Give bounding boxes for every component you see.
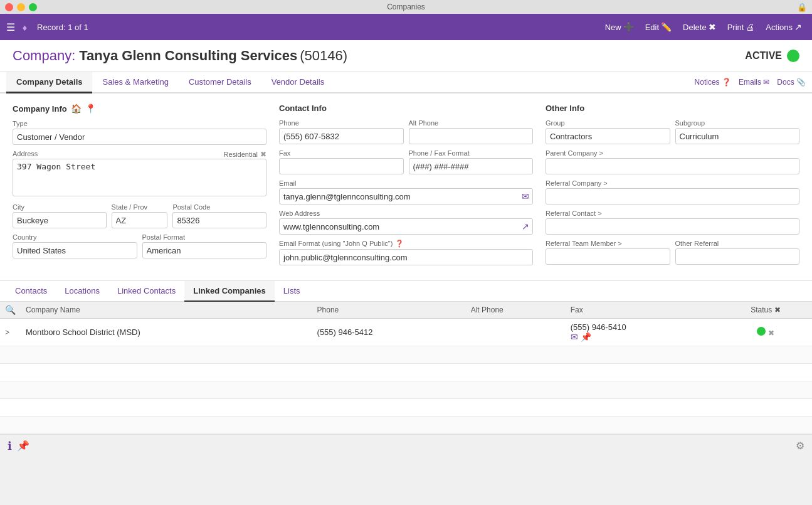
phone-altphone: Phone Alt Phone xyxy=(279,119,533,144)
other-referral-field: Other Referral xyxy=(675,240,800,265)
diamond-icon[interactable]: ⬧ xyxy=(21,21,28,34)
email-row-icon[interactable]: ✉ xyxy=(571,332,578,342)
edit-icon: ✏️ xyxy=(661,22,672,32)
expand-icon[interactable]: > xyxy=(5,328,9,337)
search-col-header: 🔍 xyxy=(0,302,21,319)
external-link-icon[interactable]: ↗ xyxy=(522,221,529,231)
web-input[interactable] xyxy=(279,218,533,235)
company-info-section: Company Info 🏠 📍 Type Address Residentia… xyxy=(13,104,266,270)
parent-company-input[interactable] xyxy=(546,158,799,174)
phone-cell: (555) 946-5412 xyxy=(312,319,466,346)
tab-company-details[interactable]: Company Details xyxy=(6,72,92,93)
status-cell: ✖ xyxy=(719,319,812,346)
close-button[interactable] xyxy=(5,3,13,11)
postal-format-label: Postal Format xyxy=(142,233,267,241)
main-tabs-row: Company Details Sales & Marketing Custom… xyxy=(0,72,812,93)
web-label: Web Address xyxy=(279,210,533,217)
status-dot xyxy=(757,327,766,336)
remove-row-icon[interactable]: ✖ xyxy=(768,329,774,338)
alt-phone-input[interactable] xyxy=(409,128,534,144)
postal-input[interactable] xyxy=(172,212,266,228)
web-field: Web Address ↗ xyxy=(279,210,533,235)
subgroup-label: Subgroup xyxy=(675,119,800,127)
map-row-icon[interactable]: 📌 xyxy=(581,332,591,342)
email-format-input[interactable] xyxy=(279,249,533,265)
phone-label: Phone xyxy=(279,119,404,127)
empty-row-4 xyxy=(0,399,812,417)
alt-phone-col: Alt Phone xyxy=(466,302,566,319)
address-close-icon[interactable]: ✖ xyxy=(260,150,266,159)
tab-customer-details[interactable]: Customer Details xyxy=(179,72,261,93)
topnav: ☰ ⬧ Record: 1 of 1 New ➕ Edit ✏️ Delete … xyxy=(0,14,812,40)
alt-phone-label: Alt Phone xyxy=(409,119,534,127)
window-title: Companies xyxy=(387,3,425,11)
tab-vendor-details[interactable]: Vendor Details xyxy=(261,72,335,93)
phone-fax-format-label: Phone / Fax Format xyxy=(409,149,534,157)
phone-fax-format-input[interactable] xyxy=(409,158,534,174)
state-label: State / Prov xyxy=(112,203,168,211)
topnav-left: ☰ ⬧ Record: 1 of 1 xyxy=(6,21,88,34)
search-icon[interactable]: 🔍 xyxy=(5,305,16,315)
country-input[interactable] xyxy=(13,242,137,258)
team-input[interactable] xyxy=(546,248,670,265)
btab-locations[interactable]: Locations xyxy=(56,281,108,302)
fax-col: Fax xyxy=(566,302,719,319)
row-expand-cell[interactable]: > xyxy=(0,319,21,346)
fax-input[interactable] xyxy=(279,158,404,174)
btab-contacts[interactable]: Contacts xyxy=(6,281,56,302)
country-field: Country xyxy=(13,233,137,258)
btab-lists[interactable]: Lists xyxy=(275,281,309,302)
tab-sales-marketing[interactable]: Sales & Marketing xyxy=(92,72,179,93)
phone-fax-format-field: Phone / Fax Format xyxy=(409,149,534,174)
record-info: Record: 1 of 1 xyxy=(37,23,88,32)
team-other-referral: Referral Team Member > Other Referral xyxy=(546,240,799,265)
titlebar: Companies 🔒 xyxy=(0,0,812,14)
type-label: Type xyxy=(13,120,266,127)
type-input[interactable] xyxy=(13,129,266,145)
company-header: Company: Tanya Glenn Consulting Services… xyxy=(0,40,812,72)
email-input[interactable] xyxy=(279,188,533,205)
new-button[interactable]: New ➕ xyxy=(601,19,638,35)
postal-label: Postal Code xyxy=(172,203,266,211)
print-button[interactable]: Print 🖨 xyxy=(724,19,759,35)
menu-icon[interactable]: ☰ xyxy=(6,21,15,33)
subgroup-input[interactable] xyxy=(675,128,800,144)
help-icon[interactable]: ❓ xyxy=(395,240,404,247)
company-name: Tanya Glenn Consulting Services xyxy=(79,48,297,64)
company-id: (50146) xyxy=(300,48,347,64)
delete-button[interactable]: Delete ✖ xyxy=(679,19,720,35)
subgroup-field: Subgroup xyxy=(675,119,800,144)
gear-button[interactable]: ⚙ xyxy=(796,440,804,452)
state-input[interactable] xyxy=(112,212,168,228)
pin-button[interactable]: 📌 xyxy=(17,440,29,452)
emails-link[interactable]: Emails ✉ xyxy=(739,78,769,87)
notices-link[interactable]: Notices ❓ xyxy=(695,78,731,87)
minimize-button[interactable] xyxy=(17,3,25,11)
btab-linked-contacts[interactable]: Linked Contacts xyxy=(108,281,184,302)
referral-contact-input[interactable] xyxy=(546,218,799,235)
address-label: Address xyxy=(13,150,38,157)
postal-format-input[interactable] xyxy=(142,242,267,258)
company-name-col: Company Name xyxy=(21,302,312,319)
other-info-section: Other Info Group Subgroup Parent Company… xyxy=(546,104,799,270)
phone-input[interactable] xyxy=(279,128,404,144)
referral-company-input[interactable] xyxy=(546,188,799,205)
maximize-button[interactable] xyxy=(29,3,37,11)
group-input[interactable] xyxy=(546,128,670,144)
actions-button[interactable]: Actions ↗ xyxy=(762,19,806,35)
home-icon[interactable]: 🏠 xyxy=(71,104,82,114)
city-state-postal: City State / Prov Postal Code xyxy=(13,203,266,228)
other-referral-input[interactable] xyxy=(675,248,800,265)
email-icon[interactable]: ✉ xyxy=(522,191,529,201)
fax-cell: (555) 946-5410 ✉ 📌 xyxy=(566,319,719,346)
empty-row-5 xyxy=(0,417,812,434)
lock-icon: 🔒 xyxy=(797,3,807,12)
edit-button[interactable]: Edit ✏️ xyxy=(641,19,675,35)
docs-link[interactable]: Docs 📎 xyxy=(777,78,806,87)
location-icon[interactable]: 📍 xyxy=(85,104,96,114)
btab-linked-companies[interactable]: Linked Companies xyxy=(184,281,275,302)
company-label: Company: xyxy=(13,48,75,64)
info-button[interactable]: ℹ xyxy=(8,439,12,453)
city-input[interactable] xyxy=(13,212,107,228)
address-textarea[interactable]: 397 Wagon Street xyxy=(13,159,266,196)
